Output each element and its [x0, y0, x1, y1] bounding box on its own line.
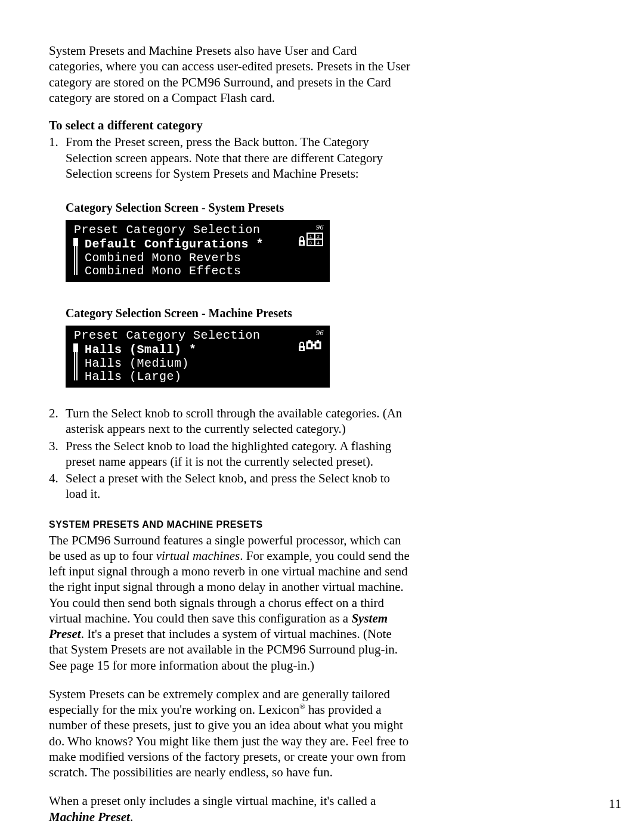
screen1-label: Category Selection Screen - System Prese… [66, 200, 413, 215]
steps-list-top: 1. From the Preset screen, press the Bac… [49, 134, 413, 181]
body-para-1: The PCM96 Surround features a single pow… [49, 532, 413, 673]
registered-symbol: ® [299, 702, 305, 711]
lcd-row-selected: Halls (Small) * [74, 343, 321, 357]
step-num: 3. [49, 438, 62, 454]
intro-paragraph: System Presets and Machine Presets also … [49, 43, 413, 106]
step-text: From the Preset screen, press the Back b… [66, 135, 383, 181]
text-run: When a preset only includes a single vir… [49, 794, 376, 808]
step-text: Select a preset with the Select knob, an… [66, 471, 390, 501]
svg-text:2: 2 [317, 234, 320, 239]
lcd-row-selected: Default Configurations * [74, 238, 321, 251]
svg-rect-14 [315, 342, 320, 348]
steps-list-bottom: 2. Turn the Select knob to scroll throug… [49, 405, 413, 502]
lcd-row: Combined Mono Effects [74, 265, 321, 278]
svg-rect-15 [312, 344, 315, 346]
step-num: 4. [49, 470, 62, 486]
lcd-row: Halls (Medium) [74, 357, 321, 370]
bold-run: Machine Preset [49, 810, 130, 824]
page-content: System Presets and Machine Presets also … [49, 43, 413, 833]
step-2: 2. Turn the Select knob to scroll throug… [49, 405, 413, 437]
step-num: 1. [49, 134, 62, 150]
text-run: . It's a preset that includes a system o… [49, 627, 398, 673]
lcd-title: Preset Category Selection [74, 224, 321, 237]
step-text: Press the Select knob to load the highli… [66, 439, 391, 469]
lcd-screen-system: Preset Category Selection Default Config… [66, 220, 330, 282]
step-text: Turn the Select knob to scroll through t… [66, 406, 402, 436]
svg-text:3: 3 [309, 241, 312, 246]
lcd-corner-icons: 96 1 2 3 4 [299, 224, 324, 246]
step-1: 1. From the Preset screen, press the Bac… [49, 134, 413, 181]
sample-rate-label: 96 [299, 224, 324, 231]
lcd-corner-icons: 96 [299, 329, 324, 352]
lcd-row: Halls (Large) [74, 370, 321, 383]
lcd-row: Combined Mono Reverbs [74, 252, 321, 265]
svg-text:1: 1 [309, 234, 312, 239]
italic-run: virtual machines [156, 549, 240, 563]
svg-text:4: 4 [317, 241, 320, 246]
text-run: . [130, 810, 133, 824]
step-4: 4. Select a preset with the Select knob,… [49, 470, 413, 502]
body-para-3: When a preset only includes a single vir… [49, 793, 413, 825]
select-heading: To select a different category [49, 117, 413, 133]
step-num: 2. [49, 405, 62, 421]
step-3: 3. Press the Select knob to load the hig… [49, 438, 413, 470]
lock-and-machine-icon [299, 337, 324, 352]
svg-rect-12 [307, 342, 312, 348]
lock-and-grid-icon: 1 2 3 4 [299, 232, 324, 246]
section-title: SYSTEM PRESETS AND MACHINE PRESETS [49, 519, 413, 531]
lcd-screen-machine: Preset Category Selection Halls (Small) … [66, 326, 330, 388]
body-para-2: System Presets can be extremely complex … [49, 686, 413, 781]
svg-rect-10 [301, 348, 303, 350]
lcd-scrollbar [74, 343, 78, 380]
sample-rate-label: 96 [299, 329, 324, 336]
lcd-title: Preset Category Selection [74, 329, 321, 342]
lcd-scrollbar [74, 238, 78, 275]
page-number: 11 [609, 796, 621, 812]
svg-rect-1 [301, 242, 303, 244]
screen2-label: Category Selection Screen - Machine Pres… [66, 306, 413, 321]
